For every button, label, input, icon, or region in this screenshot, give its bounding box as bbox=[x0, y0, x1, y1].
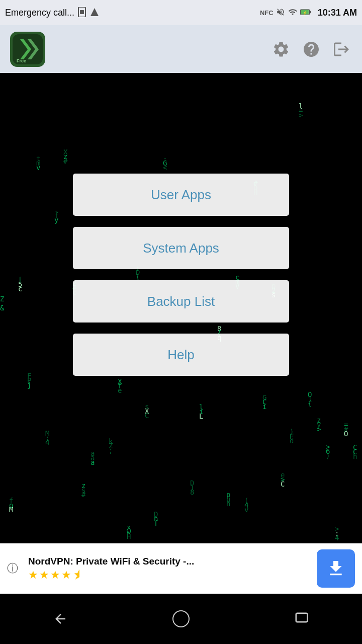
mute-icon bbox=[276, 8, 285, 18]
svg-text:Free: Free bbox=[17, 58, 26, 63]
star-5: ⯨ bbox=[72, 569, 83, 582]
ad-banner: ⓘ NordVPN: Private WiFi & Security -... … bbox=[0, 543, 362, 594]
star-4: ★ bbox=[61, 569, 71, 582]
status-sim-icon bbox=[77, 7, 86, 19]
menu-container: User Apps System Apps Backup List Help bbox=[73, 174, 289, 376]
wifi-icon bbox=[288, 8, 298, 18]
svg-rect-12 bbox=[296, 613, 308, 622]
status-time: 10:31 AM bbox=[318, 8, 357, 18]
user-apps-button[interactable]: User Apps bbox=[73, 174, 289, 216]
ad-download-button[interactable] bbox=[317, 549, 355, 588]
svg-text:⚡: ⚡ bbox=[303, 10, 308, 15]
home-button[interactable] bbox=[161, 604, 201, 634]
svg-rect-1 bbox=[80, 10, 84, 14]
system-nav-bar bbox=[0, 594, 362, 644]
help-menu-button[interactable]: Help bbox=[73, 334, 289, 376]
back-button[interactable] bbox=[40, 604, 80, 634]
status-arrow-icon bbox=[89, 7, 100, 19]
status-title: Emergency call... bbox=[5, 8, 74, 18]
status-icons: NFC ⚡ 10:31 AM bbox=[260, 8, 357, 18]
app-logo: Free bbox=[10, 32, 45, 67]
battery-charging-icon: ⚡ bbox=[300, 8, 311, 18]
logout-button[interactable] bbox=[331, 39, 352, 60]
svg-rect-5 bbox=[309, 11, 311, 13]
ad-stars: ★ ★ ★ ★ ⯨ bbox=[28, 569, 310, 582]
app-bar: Free bbox=[0, 25, 362, 73]
svg-point-11 bbox=[173, 611, 189, 627]
settings-button[interactable] bbox=[270, 39, 292, 60]
star-1: ★ bbox=[28, 569, 38, 582]
star-2: ★ bbox=[39, 569, 49, 582]
help-button[interactable] bbox=[301, 39, 322, 60]
status-bar: Emergency call... NFC ⚡ 10:31 AM bbox=[0, 0, 362, 25]
app-bar-actions bbox=[270, 39, 352, 60]
ad-info-icon: ⓘ bbox=[7, 561, 21, 576]
status-left: Emergency call... bbox=[5, 7, 100, 19]
ad-title: NordVPN: Private WiFi & Security -... bbox=[28, 556, 310, 567]
main-content: User Apps System Apps Backup List Help ⓘ… bbox=[0, 73, 362, 594]
svg-marker-2 bbox=[90, 8, 99, 16]
backup-list-button[interactable]: Backup List bbox=[73, 280, 289, 323]
star-3: ★ bbox=[50, 569, 60, 582]
nfc-icon: NFC bbox=[260, 9, 274, 17]
ad-text-area: NordVPN: Private WiFi & Security -... ★ … bbox=[28, 556, 310, 582]
system-apps-button[interactable]: System Apps bbox=[73, 227, 289, 269]
recents-button[interactable] bbox=[282, 604, 322, 634]
